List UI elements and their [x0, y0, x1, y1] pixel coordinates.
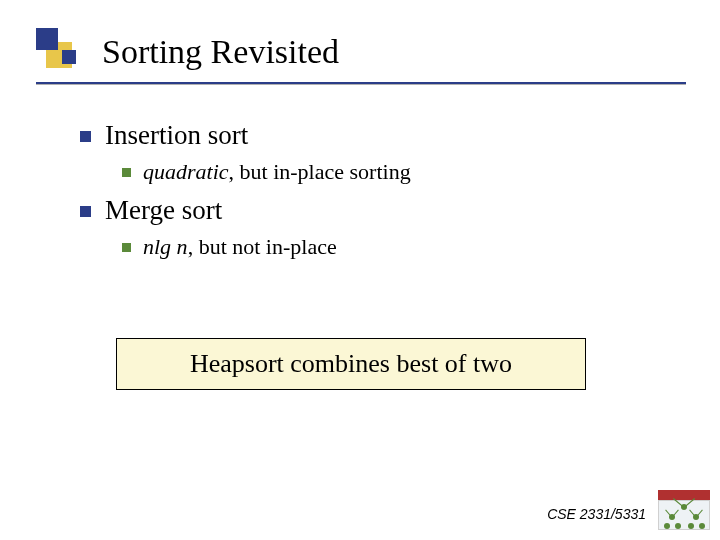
subitem-rest: , but in-place sorting [229, 159, 411, 184]
subitem-rest: , but not in-place [188, 234, 337, 259]
bullet-icon [80, 131, 91, 142]
bullet-icon [122, 168, 131, 177]
bullet-icon [122, 243, 131, 252]
course-label: CSE 2331/5331 [547, 506, 646, 522]
callout-box: Heapsort combines best of two [116, 338, 586, 390]
list-item: Insertion sort [80, 120, 660, 151]
slide-title: Sorting Revisited [102, 33, 339, 71]
item-label: Merge sort [105, 195, 222, 225]
callout-text: Heapsort combines best of two [190, 349, 512, 379]
title-decor-icon [36, 28, 84, 76]
list-item: Merge sort [80, 195, 660, 226]
item-label: Insertion sort [105, 120, 248, 150]
course-logo-icon [658, 490, 710, 530]
subitem-emph: nlg n [143, 234, 188, 259]
list-subitem: nlg n, but not in-place [122, 234, 660, 260]
title-area: Sorting Revisited [36, 28, 676, 76]
list-subitem: quadratic, but in-place sorting [122, 159, 660, 185]
body: Insertion sort quadratic, but in-place s… [80, 110, 660, 260]
bullet-icon [80, 206, 91, 217]
subitem-emph: quadratic [143, 159, 229, 184]
title-underline [36, 82, 686, 85]
